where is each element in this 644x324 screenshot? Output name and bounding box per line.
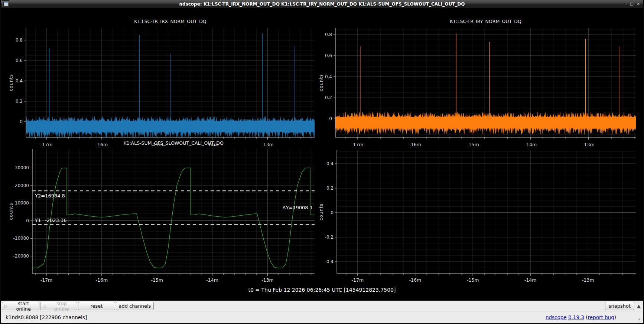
x-tick-label: -17m [40,277,53,283]
y-axis-label: counts [319,203,324,220]
noise-trace [26,117,315,138]
paren-close: ) [614,314,616,320]
x-tick-label: -14m [524,277,537,283]
y-tick-label: 0.6 [325,53,332,58]
x-tick-label: -13m [582,142,595,147]
y-tick-label: 30000 [15,165,29,170]
y-tick-label: -0.2 [325,235,334,240]
y-axis-label: counts [9,74,14,91]
reset-label: reset [91,303,103,309]
stop-icon: ◻ [43,304,46,308]
x-tick-label: -15m [151,277,163,283]
x-tick-label: -13m [261,142,274,147]
y-tick-label: 10000 [15,200,29,206]
cursor-y2-label: Y2=16984.8 [35,193,65,199]
x-tick-label: -17m [40,142,53,147]
plot-irx[interactable]: 00.20.40.60.8-17m-16m-15m-14m-13mK1:LSC-… [9,19,315,147]
y-tick-label: 0 [20,119,23,124]
y-tick-label: 20000 [15,183,29,188]
window-title: ndscope: K1:LSC-TR_IRX_NORM_OUT_DQ K1:LS… [1,1,643,7]
plot-title: K1:LSC-TR_IRY_NORM_OUT_DQ [450,19,521,24]
toolbar: ▷ start online ◻ stop online reset add c… [1,301,643,311]
y-tick-label: 0.6 [16,58,23,63]
y-tick-label: 0 [329,116,332,121]
x-tick-label: -13m [261,277,274,283]
waveform-trace [32,168,315,268]
app-icon [2,0,9,8]
noise-trace [335,112,636,134]
add-channels-label: add channels [119,303,151,309]
ndscope-link[interactable]: ndscope [546,314,567,320]
play-icon: ▷ [4,304,7,308]
y-tick-label: 0.8 [16,37,23,43]
plot-empty[interactable]: -0.4-0.200.20.4-17m-16m-15m-14m-13mcount… [319,150,636,283]
plot-als[interactable]: Y2=16984.8Y1=-2023.36ΔY=19008.1-20000-10… [9,140,315,283]
y-tick-label: 0.8 [325,32,332,37]
add-channels-button[interactable]: add channels [116,302,154,310]
x-tick-label: -16m [409,277,422,283]
stop-online-label: stop online [49,301,75,312]
y-axis-label: counts [9,203,14,220]
y-axis-label: counts [319,74,324,91]
y-tick-label: -10000 [13,236,29,241]
y-tick-label: 0 [26,218,29,223]
x-tick-label: -16m [409,142,421,147]
x-tick-label: -15m [467,142,479,147]
y-tick-label: 0.2 [326,186,334,191]
plot-title: K1:LSC-TR_IRX_NORM_OUT_DQ [134,19,206,24]
y-tick-label: 0.2 [325,95,332,100]
x-tick-label: -13m [582,277,594,283]
minimize-button[interactable]: – [625,2,627,6]
report-bug-link[interactable]: report bug [588,314,614,320]
y-tick-label: -0.4 [325,259,334,264]
plot-title: K1:ALS-SUM_OFS_SLOWOUT_CALI_OUT_DQ [123,140,224,146]
y-tick-label: 0.4 [16,78,23,84]
about-links: ndscope 0.19.3 (report bug) [546,314,638,320]
x-tick-label: -17m [352,277,364,283]
snapshot-label: snapshot [609,303,631,309]
server-status: k1nds0:8088 [222906 channels] [6,314,87,320]
x-tick-label: -15m [467,277,479,283]
cursor-y1-label: Y1=-2023.36 [35,217,67,223]
collapse-arrow-icon[interactable]: ▲ [637,303,641,309]
t0-label: t0 = Thu Feb 12 2026 06:26:45 UTC [14549… [1,287,643,293]
x-tick-label: -14m [206,277,218,283]
y-tick-label: 0.2 [16,99,23,104]
y-tick-label: 0.4 [325,74,332,79]
y-tick-label: -20000 [13,253,29,259]
start-online-label: start online [10,301,37,312]
maximize-button[interactable]: □ [630,2,633,6]
statusbar: k1nds0:8088 [222906 channels] ndscope 0.… [1,311,643,323]
stop-online-button[interactable]: ◻ stop online [40,302,77,310]
y-tick-label: 0 [331,210,334,215]
plot-grid: 00.20.40.60.8-17m-16m-15m-14m-13mK1:LSC-… [1,8,643,301]
start-online-button[interactable]: ▷ start online [2,302,39,310]
resize-grip[interactable] [637,317,642,322]
x-tick-label: -16m [96,142,108,147]
x-tick-label: -17m [351,142,364,147]
plot-iry[interactable]: 00.20.40.60.8-17m-16m-15m-14m-13mK1:LSC-… [319,19,636,147]
cursor-delta-label: ΔY=19008.1 [283,205,313,210]
close-button[interactable]: ✕ [637,2,640,6]
titlebar[interactable]: ndscope: K1:LSC-TR_IRX_NORM_OUT_DQ K1:LS… [1,0,643,8]
reset-button[interactable]: reset [78,302,115,310]
x-tick-label: -14m [525,142,537,147]
version-link[interactable]: 0.19.3 [568,314,584,320]
ndscope-window: ndscope: K1:LSC-TR_IRX_NORM_OUT_DQ K1:LS… [0,0,644,324]
y-tick-label: 0.4 [326,161,334,166]
snapshot-button[interactable]: snapshot [605,302,634,310]
x-tick-label: -16m [96,277,108,283]
